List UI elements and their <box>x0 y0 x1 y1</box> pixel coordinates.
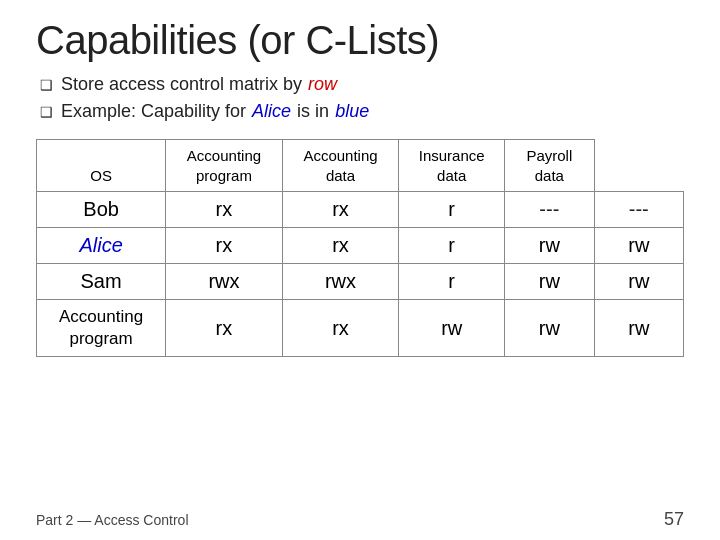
cell-sam-ap: rwx <box>282 264 399 300</box>
col-header-payroll-data: Payrolldata <box>505 140 594 192</box>
page: Capabilities (or C-Lists) ❑ Store access… <box>0 0 720 540</box>
cell-alice-os: rx <box>166 228 283 264</box>
cell-alice-ad: r <box>399 228 505 264</box>
col-header-accounting-program: Accountingprogram <box>166 140 283 192</box>
cell-ap-pd: rw <box>594 300 683 357</box>
bullet1-highlight: row <box>308 71 337 98</box>
bullet-icon-2: ❑ <box>40 102 53 123</box>
row-label-bob: Bob <box>37 192 166 228</box>
bullet-2: ❑ Example: Capability for Alice is in bl… <box>40 98 684 125</box>
cell-sam-os: rwx <box>166 264 283 300</box>
bullet2-alice: Alice <box>252 98 291 125</box>
col-header-os: OS <box>37 140 166 192</box>
table-row-bob: Bob rx rx r --- --- <box>37 192 684 228</box>
cell-ap-ap: rx <box>282 300 399 357</box>
table-row-sam: Sam rwx rwx r rw rw <box>37 264 684 300</box>
bullets-section: ❑ Store access control matrix by row ❑ E… <box>40 71 684 125</box>
cell-sam-pd: rw <box>594 264 683 300</box>
cell-bob-ap: rx <box>282 192 399 228</box>
bullet1-prefix: Store access control matrix by <box>61 71 302 98</box>
col-header-insurance-data: Insurancedata <box>399 140 505 192</box>
cell-bob-ad: r <box>399 192 505 228</box>
col-header-accounting-data: Accountingdata <box>282 140 399 192</box>
table-section: OS Accountingprogram Accountingdata Insu… <box>36 139 684 505</box>
table-header-row: OS Accountingprogram Accountingdata Insu… <box>37 140 684 192</box>
row-label-alice: Alice <box>37 228 166 264</box>
cell-sam-ad: r <box>399 264 505 300</box>
cell-alice-pd: rw <box>594 228 683 264</box>
row-label-accounting-program: Accountingprogram <box>37 300 166 357</box>
footer-right: 57 <box>664 509 684 530</box>
cell-sam-id: rw <box>505 264 594 300</box>
bullet2-prefix: Example: Capability for <box>61 98 246 125</box>
bullet-1: ❑ Store access control matrix by row <box>40 71 684 98</box>
cell-bob-os: rx <box>166 192 283 228</box>
row-label-sam: Sam <box>37 264 166 300</box>
cell-bob-id: --- <box>505 192 594 228</box>
cell-ap-ad: rw <box>399 300 505 357</box>
table-row-accounting-program: Accountingprogram rx rx rw rw rw <box>37 300 684 357</box>
cell-ap-os: rx <box>166 300 283 357</box>
cell-alice-id: rw <box>505 228 594 264</box>
cell-bob-pd: --- <box>594 192 683 228</box>
capability-table: OS Accountingprogram Accountingdata Insu… <box>36 139 684 357</box>
page-title: Capabilities (or C-Lists) <box>36 18 684 63</box>
bullet2-blue: blue <box>335 98 369 125</box>
footer: Part 2 — Access Control 57 <box>36 505 684 530</box>
footer-left: Part 2 — Access Control <box>36 512 189 528</box>
cell-ap-id: rw <box>505 300 594 357</box>
bullet2-middle: is in <box>297 98 329 125</box>
bullet-icon-1: ❑ <box>40 75 53 96</box>
table-row-alice: Alice rx rx r rw rw <box>37 228 684 264</box>
cell-alice-ap: rx <box>282 228 399 264</box>
